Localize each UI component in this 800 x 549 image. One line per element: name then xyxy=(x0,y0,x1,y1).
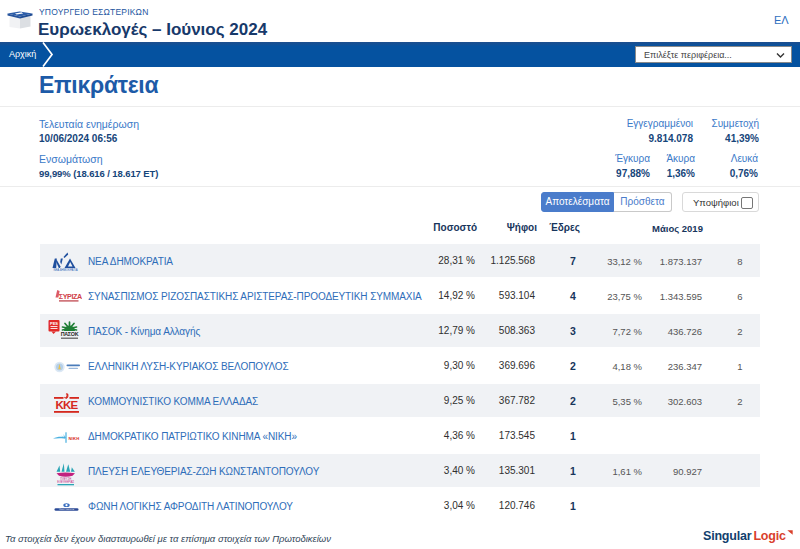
svg-text:ΦΩΝΗ ΛΟΓΙΚΗΣ: ΦΩΝΗ ΛΟΓΙΚΗΣ xyxy=(59,508,75,510)
svg-text:ΝΕΑ ΔΗΜΟΚΡΑΤΙΑ: ΝΕΑ ΔΗΜΟΚΡΑΤΙΑ xyxy=(53,268,77,271)
svg-text:ΣΥΡΙΖΑ: ΣΥΡΙΖΑ xyxy=(59,292,82,301)
svg-text:ΝΙΚΗ: ΝΙΚΗ xyxy=(68,436,79,441)
svg-text:ΠΑΣΟΚ: ΠΑΣΟΚ xyxy=(61,331,79,337)
svg-text:PES: PES xyxy=(50,321,58,326)
svg-text:ΕΛΕΥΘΕΡΙΑΣ: ΕΛΕΥΘΕΡΙΑΣ xyxy=(57,480,74,484)
svg-text:ΚΚΕ: ΚΚΕ xyxy=(56,399,79,411)
